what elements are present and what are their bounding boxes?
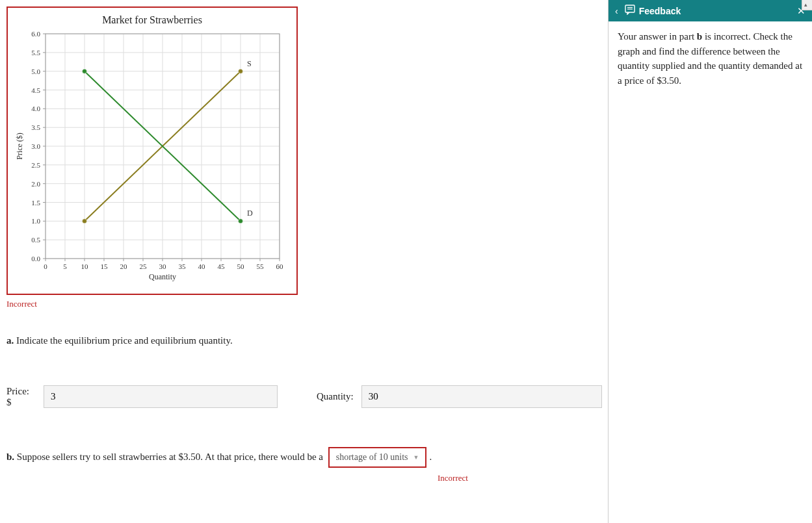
quantity-input[interactable] [361,385,602,408]
chevron-down-icon: ▼ [413,454,419,461]
feedback-icon [625,5,635,17]
svg-point-85 [239,219,243,223]
feedback-body: Your answer in part b is incorrect. Chec… [609,21,812,96]
svg-text:1.0: 1.0 [31,217,40,225]
feedback-panel: ‹ Feedback ✕ Your answer in part b is in… [608,0,812,523]
svg-point-81 [83,219,87,223]
svg-text:15: 15 [101,262,109,270]
svg-text:40: 40 [198,262,206,270]
svg-text:S: S [247,59,252,68]
svg-text:0: 0 [44,262,47,270]
chart-svg[interactable]: 0510152025303540455055600.00.51.01.52.02… [13,29,291,288]
svg-text:35: 35 [179,262,187,270]
svg-text:50: 50 [237,262,245,270]
svg-text:60: 60 [276,262,284,270]
part-b: b. Suppose sellers try to sell strawberr… [7,447,599,468]
scrollbar[interactable] [802,0,812,10]
svg-text:4.0: 4.0 [31,105,40,112]
svg-text:30: 30 [159,262,167,270]
shortage-dropdown[interactable]: shortage of 10 units ▼ [328,447,427,468]
svg-text:2.0: 2.0 [31,180,40,188]
svg-text:2.5: 2.5 [31,161,40,169]
part-a-label: a. [7,335,16,346]
svg-text:6.0: 6.0 [31,30,40,38]
quantity-label: Quantity: [317,391,354,402]
svg-text:5.5: 5.5 [31,49,40,57]
price-input[interactable] [44,385,278,408]
svg-text:0.0: 0.0 [31,255,40,262]
part-b-label: b. [7,452,17,462]
svg-text:55: 55 [257,262,265,270]
back-icon[interactable]: ‹ [615,6,618,16]
svg-text:25: 25 [140,262,148,270]
svg-text:4.5: 4.5 [31,86,40,94]
price-label: Price: $ [7,386,36,408]
feedback-title: Feedback [639,6,797,16]
dropdown-value: shortage of 10 units [336,452,408,463]
svg-text:D: D [247,209,253,218]
chart-title: Market for Strawberries [13,14,291,26]
svg-text:3.0: 3.0 [31,142,40,150]
part-a: a. Indicate the equilibrium price and eq… [7,335,599,346]
svg-text:3.5: 3.5 [31,123,40,131]
svg-text:0.5: 0.5 [31,236,40,244]
feedback-header: ‹ Feedback ✕ [609,0,812,21]
svg-point-82 [239,69,243,73]
svg-text:Quantity: Quantity [149,272,176,281]
part-a-prompt: Indicate the equilibrium price and equil… [16,335,233,346]
svg-text:45: 45 [218,262,226,270]
part-b-incorrect: Incorrect [438,473,599,483]
price-input-group: Price: $ [7,385,278,408]
svg-text:Price ($): Price ($) [15,133,24,160]
part-b-prompt-before: Suppose sellers try to sell strawberries… [17,452,323,462]
svg-text:20: 20 [120,262,128,270]
svg-text:1.5: 1.5 [31,199,40,207]
svg-text:10: 10 [81,262,89,270]
svg-text:5: 5 [63,262,67,270]
svg-point-84 [83,69,87,73]
part-b-prompt-after: . [429,452,432,462]
quantity-input-group: Quantity: [317,385,602,408]
svg-text:5.0: 5.0 [31,68,40,75]
status-incorrect: Incorrect [7,299,599,309]
chart-container: Market for Strawberries 0510152025303540… [7,6,298,295]
